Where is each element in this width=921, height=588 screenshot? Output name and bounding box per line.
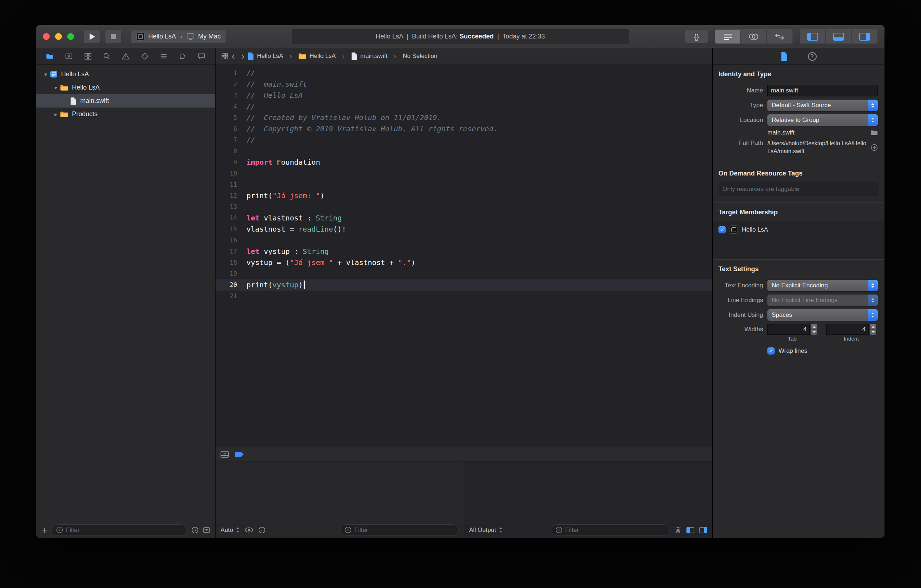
console-output[interactable] [464, 461, 712, 522]
code-line[interactable]: 9import Foundation [215, 157, 712, 168]
code-line[interactable]: 5// Created by Vratislav Holub on 11/01/… [215, 112, 712, 123]
code-line[interactable]: 15vlastnost = readLine()! [215, 224, 712, 235]
type-popup[interactable]: Default - Swift Source [767, 100, 878, 111]
breadcrumb-item[interactable]: No Selection [403, 52, 437, 60]
navigator-filter-field[interactable] [52, 525, 187, 536]
code-line[interactable]: 8 [215, 146, 712, 157]
filter-icon [345, 526, 351, 533]
code-line[interactable]: 20print(vystup) [215, 279, 712, 291]
minimize-button[interactable] [55, 33, 62, 40]
back-button[interactable]: ‹ [232, 52, 235, 60]
stop-button[interactable] [105, 30, 122, 44]
tab-width-stepper[interactable]: 4 [767, 324, 817, 335]
navigator-tab-breakpoints[interactable] [179, 52, 187, 60]
breadcrumb-item[interactable]: Hello LsA [247, 52, 283, 60]
reveal-arrow-icon[interactable] [871, 144, 878, 151]
indent-using-popup[interactable]: Spaces [767, 309, 878, 321]
code-line[interactable]: 21 [215, 291, 712, 302]
trash-icon[interactable] [675, 526, 682, 534]
breakpoints-toggle-icon[interactable] [234, 452, 244, 458]
tree-item-products[interactable]: ▸Products [36, 107, 215, 121]
code-line[interactable]: 3// Hello LsA [215, 90, 712, 101]
tab-width-field[interactable]: 4 [767, 324, 810, 335]
console-filter-input[interactable] [565, 526, 665, 534]
show-console-view-icon[interactable] [700, 527, 707, 533]
code-snippets-button[interactable]: {} [685, 30, 708, 44]
file-inspector-tab[interactable] [781, 52, 788, 61]
toggle-inspector-button[interactable] [851, 30, 877, 44]
code-line[interactable]: 17let vystup : String [215, 246, 712, 257]
quick-help-inspector-tab[interactable]: ? [808, 52, 817, 61]
related-items-icon[interactable] [221, 52, 228, 60]
code-line[interactable]: 7// [215, 135, 712, 146]
location-popup[interactable]: Relative to Group [767, 114, 878, 126]
indent-width-stepper[interactable]: 4 [827, 324, 876, 335]
choose-location-folder-icon[interactable] [871, 130, 878, 136]
disclosure-triangle-icon[interactable]: ▸ [52, 111, 60, 118]
navigator-tab-project[interactable] [46, 52, 54, 60]
run-button[interactable] [83, 30, 100, 44]
info-icon[interactable] [258, 526, 265, 534]
quicklook-icon[interactable] [245, 527, 253, 533]
variables-filter-field[interactable] [340, 525, 459, 536]
add-button[interactable]: + [41, 525, 47, 535]
disclosure-triangle-icon[interactable]: ▾ [41, 71, 50, 78]
assistant-editor-button[interactable] [741, 30, 766, 44]
name-field[interactable] [767, 85, 878, 96]
breadcrumb-item[interactable]: Hello LsA [298, 52, 336, 60]
code-line[interactable]: 11 [215, 179, 712, 190]
odr-tags-field[interactable]: Only resources are taggable [718, 182, 879, 196]
disclosure-triangle-icon[interactable]: ▾ [52, 84, 60, 91]
code-line[interactable]: 12print("Já jsem: ") [215, 190, 712, 201]
code-line[interactable]: 13 [215, 201, 712, 213]
toggle-navigator-button[interactable] [800, 30, 826, 44]
close-button[interactable] [43, 33, 50, 40]
line-endings-label: Line Endings [713, 297, 767, 304]
tree-item-hello-lsa[interactable]: ▾Hello LsA [36, 68, 215, 81]
target-checkbox[interactable]: ✓ [718, 226, 726, 233]
variables-filter-input[interactable] [355, 526, 454, 534]
text-encoding-popup[interactable]: No Explicit Encoding [767, 280, 878, 291]
code-line[interactable]: 18vystup = ("Já jsem " + vlastnost + "."… [215, 257, 712, 268]
standard-editor-button[interactable] [715, 30, 741, 44]
line-endings-popup[interactable]: No Explicit Line Endings [767, 294, 878, 306]
console-filter-field[interactable] [551, 525, 670, 536]
code-line[interactable]: 2// main.swift [215, 79, 712, 90]
variables-scope-button[interactable]: Auto [221, 526, 239, 534]
show-variables-view-icon[interactable] [687, 527, 694, 533]
source-editor[interactable]: 1//2// main.swift3// Hello LsA4//5// Cre… [215, 64, 712, 447]
stepper-icon[interactable] [811, 324, 817, 335]
console-scope-button[interactable]: All Output [469, 526, 503, 534]
variables-view-body[interactable] [215, 461, 464, 522]
navigator-tab-find[interactable] [103, 52, 111, 60]
navigator-tab-issues[interactable] [122, 52, 130, 60]
breadcrumb-item[interactable]: main.swift [351, 52, 388, 60]
navigator-filter-input[interactable] [66, 526, 182, 534]
indent-width-field[interactable]: 4 [827, 324, 869, 335]
navigator-tab-source-control[interactable] [65, 52, 73, 60]
target-row[interactable]: ✓ Hello LsA [718, 226, 879, 234]
tree-item-main-swift[interactable]: main.swift [36, 94, 215, 107]
code-line[interactable]: 10 [215, 168, 712, 179]
navigator-tab-symbols[interactable] [84, 52, 92, 60]
code-line[interactable]: 6// Copyright © 2019 Vratislav Holub. Al… [215, 123, 712, 135]
hide-debug-area-icon[interactable] [221, 451, 229, 458]
wrap-lines-checkbox[interactable]: ✓ [767, 348, 775, 355]
tree-item-hello-lsa[interactable]: ▾Hello LsA [36, 81, 215, 94]
code-line[interactable]: 14let vlastnost : String [215, 213, 712, 224]
code-line[interactable]: 4// [215, 101, 712, 112]
scm-status-filter-icon[interactable] [203, 526, 210, 534]
toggle-debug-area-button[interactable] [826, 30, 851, 44]
code-line[interactable]: 1// [215, 68, 712, 79]
navigator-tab-tests[interactable] [141, 52, 149, 60]
forward-button[interactable]: › [241, 52, 245, 60]
version-editor-button[interactable] [766, 30, 792, 44]
recents-icon[interactable] [191, 526, 199, 534]
code-line[interactable]: 19 [215, 268, 712, 279]
code-line[interactable]: 16 [215, 235, 712, 246]
zoom-button[interactable] [67, 33, 74, 40]
stepper-icon[interactable] [870, 324, 876, 335]
navigator-tab-reports[interactable] [197, 52, 206, 60]
navigator-tab-debug[interactable] [160, 52, 168, 60]
scheme-selector[interactable]: Hello LsA › My Mac [131, 30, 226, 44]
